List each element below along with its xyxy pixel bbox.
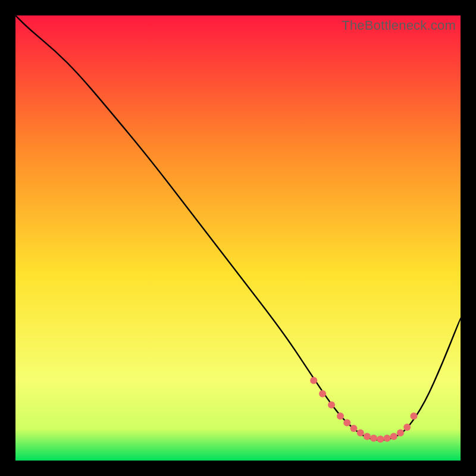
highlight-dot	[403, 424, 411, 431]
highlight-dot	[377, 436, 384, 443]
highlight-dot	[350, 425, 358, 432]
watermark-text: TheBottleneck.com	[342, 18, 456, 33]
chart-frame: TheBottleneck.com	[15, 15, 461, 461]
highlight-dot	[390, 433, 397, 440]
highlight-dot	[384, 435, 391, 442]
highlight-dot	[319, 390, 326, 397]
bottleneck-chart	[15, 15, 461, 461]
highlight-dot	[310, 377, 317, 384]
highlight-dot	[397, 430, 404, 437]
highlight-dot	[370, 435, 377, 442]
highlight-dot	[364, 433, 371, 440]
highlight-dot	[411, 412, 418, 419]
highlight-dot	[343, 419, 350, 426]
highlight-dot	[337, 412, 344, 419]
gradient-background	[15, 15, 461, 461]
highlight-dot	[357, 430, 364, 437]
highlight-dot	[328, 402, 335, 409]
